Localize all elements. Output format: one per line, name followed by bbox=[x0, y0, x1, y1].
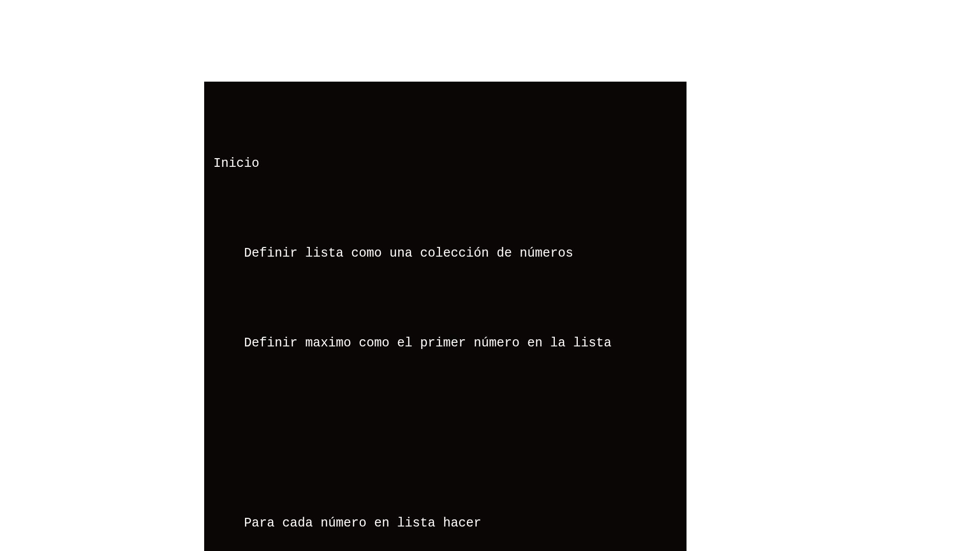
pseudocode-block: Inicio Definir lista como una colección … bbox=[204, 82, 687, 551]
code-line: Inicio bbox=[213, 149, 677, 179]
code-line: Definir lista como una colección de núme… bbox=[213, 239, 677, 269]
blank-line bbox=[213, 418, 677, 448]
code-line: Definir maximo como el primer número en … bbox=[213, 329, 677, 359]
code-line: Para cada número en lista hacer bbox=[213, 509, 677, 539]
